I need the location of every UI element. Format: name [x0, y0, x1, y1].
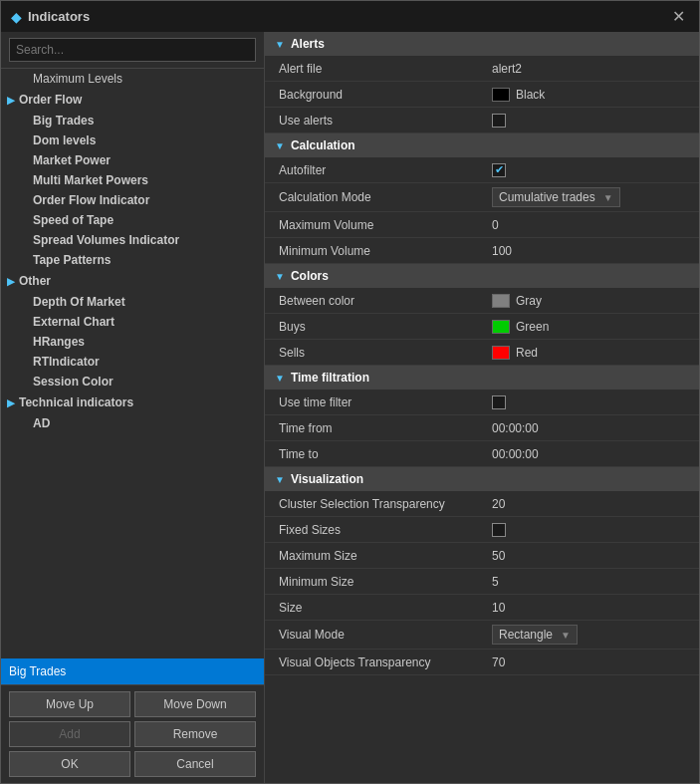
visual-mode-dropdown[interactable]: Rectangle ▼	[492, 625, 578, 645]
between-color-swatch	[492, 294, 510, 308]
prop-size-value: 10	[484, 597, 699, 619]
minimum-volume-text: 100	[492, 244, 512, 258]
prop-calculation-mode-label: Calculation Mode	[265, 186, 484, 208]
prop-minimum-volume-value: 100	[484, 240, 699, 262]
prop-autofilter: Autofilter ✔	[265, 157, 699, 183]
tree-group-other-label[interactable]: ▶ Other	[1, 270, 264, 292]
cancel-button[interactable]: Cancel	[134, 751, 256, 777]
prop-between-color: Between color Gray	[265, 288, 699, 314]
close-button[interactable]: ✕	[668, 7, 689, 26]
section-colors[interactable]: ▼ Colors	[265, 264, 699, 288]
prop-minimum-size-label: Minimum Size	[265, 571, 484, 593]
tree-group-technical-label[interactable]: ▶ Technical indicators	[1, 392, 264, 413]
prop-use-time-filter: Use time filter	[265, 390, 699, 415]
prop-maximum-volume: Maximum Volume 0	[265, 212, 699, 238]
minimum-size-text: 5	[492, 575, 499, 589]
tree-item-tape-patterns[interactable]: Tape Patterns	[1, 250, 264, 270]
prop-sells-label: Sells	[265, 342, 484, 364]
prop-time-from-label: Time from	[265, 417, 484, 439]
dialog-icon: ◆	[11, 9, 22, 25]
autofilter-checkbox[interactable]: ✔	[492, 163, 506, 177]
prop-use-alerts-label: Use alerts	[265, 110, 484, 131]
between-color-text: Gray	[516, 294, 542, 308]
main-content: Maximum Levels ▶ Order Flow Big Trades D…	[1, 32, 699, 783]
prop-use-time-filter-value[interactable]	[484, 392, 699, 413]
section-colors-label: Colors	[291, 269, 329, 283]
selected-indicator: Big Trades	[1, 658, 264, 684]
section-visualization[interactable]: ▼ Visualization	[265, 467, 699, 491]
section-calculation-label: Calculation	[291, 138, 355, 152]
right-panel: ▼ Alerts Alert file alert2 Background Bl…	[265, 32, 699, 783]
remove-button[interactable]: Remove	[134, 721, 256, 747]
alert-file-text: alert2	[492, 62, 522, 76]
group-name: Order Flow	[19, 93, 82, 107]
tree-item-depth-of-market[interactable]: Depth Of Market	[1, 292, 264, 312]
move-up-button[interactable]: Move Up	[9, 691, 130, 717]
tree-item-big-trades[interactable]: Big Trades	[1, 111, 264, 131]
section-triangle-icon: ▼	[275, 271, 285, 282]
use-time-filter-checkbox[interactable]	[492, 395, 506, 409]
section-triangle-icon: ▼	[275, 140, 285, 151]
checkmark-icon: ✔	[495, 163, 504, 176]
tree-item-speed-of-tape[interactable]: Speed of Tape	[1, 210, 264, 230]
triangle-icon: ▶	[7, 95, 15, 106]
tree-item-session-color[interactable]: Session Color	[1, 372, 264, 392]
prop-use-alerts-value[interactable]	[484, 110, 699, 131]
buys-color-swatch	[492, 320, 510, 334]
left-buttons: Move Up Move Down Add Remove OK Cancel	[1, 684, 264, 783]
search-input[interactable]	[9, 38, 256, 62]
prop-background-value[interactable]: Black	[484, 84, 699, 106]
prop-size: Size 10	[265, 595, 699, 621]
prop-time-from-value: 00:00:00	[484, 417, 699, 439]
maximum-size-text: 50	[492, 549, 505, 563]
prop-calculation-mode-value[interactable]: Cumulative trades ▼	[484, 183, 699, 211]
group-name: Technical indicators	[19, 395, 133, 409]
prop-alert-file-label: Alert file	[265, 58, 484, 80]
section-calculation[interactable]: ▼ Calculation	[265, 133, 699, 157]
group-name: Other	[19, 274, 51, 288]
prop-time-to-label: Time to	[265, 443, 484, 465]
tree-item-rtindicator[interactable]: RTIndicator	[1, 352, 264, 372]
tree-item-spread-volumes-indicator[interactable]: Spread Volumes Indicator	[1, 230, 264, 250]
fixed-sizes-checkbox[interactable]	[492, 523, 506, 537]
tree-item-market-power[interactable]: Market Power	[1, 150, 264, 170]
tree-item-multi-market-powers[interactable]: Multi Market Powers	[1, 170, 264, 190]
prop-autofilter-value[interactable]: ✔	[484, 159, 699, 181]
tree-item-ad[interactable]: AD	[1, 413, 264, 433]
prop-cluster-selection-transparency-value: 20	[484, 493, 699, 515]
prop-minimum-size-value: 5	[484, 571, 699, 593]
section-time-filtration[interactable]: ▼ Time filtration	[265, 366, 699, 390]
tree-group-order-flow: ▶ Order Flow Big Trades Dom levels Marke…	[1, 89, 264, 270]
prop-fixed-sizes-value[interactable]	[484, 519, 699, 541]
tree-item-maximum-levels[interactable]: Maximum Levels	[1, 69, 264, 89]
add-button[interactable]: Add	[9, 721, 130, 747]
prop-sells-value[interactable]: Red	[484, 342, 699, 364]
prop-maximum-size-value: 50	[484, 545, 699, 567]
prop-minimum-volume: Minimum Volume 100	[265, 238, 699, 264]
tree-item-external-chart[interactable]: External Chart	[1, 312, 264, 332]
prop-between-color-value[interactable]: Gray	[484, 290, 699, 312]
prop-buys-value[interactable]: Green	[484, 316, 699, 338]
prop-between-color-label: Between color	[265, 290, 484, 312]
prop-time-to-value: 00:00:00	[484, 443, 699, 465]
use-alerts-checkbox[interactable]	[492, 114, 506, 128]
sells-color-text: Red	[516, 346, 538, 360]
tree-item-hranges[interactable]: HRanges	[1, 332, 264, 352]
move-down-button[interactable]: Move Down	[134, 691, 256, 717]
prop-fixed-sizes-label: Fixed Sizes	[265, 519, 484, 541]
prop-visual-mode-value[interactable]: Rectangle ▼	[484, 621, 699, 649]
triangle-icon: ▶	[7, 276, 15, 287]
section-alerts-label: Alerts	[291, 37, 325, 51]
calculation-mode-dropdown[interactable]: Cumulative trades ▼	[492, 187, 620, 207]
ok-button[interactable]: OK	[9, 751, 130, 777]
section-alerts[interactable]: ▼ Alerts	[265, 32, 699, 56]
prop-maximum-volume-label: Maximum Volume	[265, 214, 484, 236]
buys-color-text: Green	[516, 320, 549, 334]
prop-cluster-selection-transparency: Cluster Selection Transparency 20	[265, 491, 699, 517]
tree-group-order-flow-label[interactable]: ▶ Order Flow	[1, 89, 264, 111]
tree-item-dom-levels[interactable]: Dom levels	[1, 131, 264, 150]
prop-visual-objects-transparency-label: Visual Objects Transparency	[265, 652, 484, 673]
prop-alert-file: Alert file alert2	[265, 56, 699, 82]
tree-item-order-flow-indicator[interactable]: Order Flow Indicator	[1, 190, 264, 210]
prop-maximum-size: Maximum Size 50	[265, 543, 699, 569]
